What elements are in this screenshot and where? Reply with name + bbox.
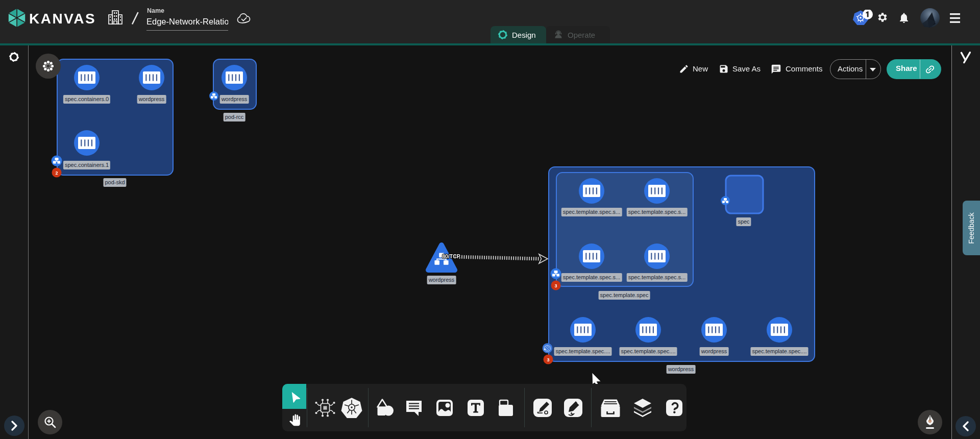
svg-text:3: 3 [554,283,557,288]
svg-text:80/TCP: 80/TCP [442,253,460,259]
svg-text:3: 3 [547,357,549,362]
svg-text:2: 2 [55,170,58,176]
